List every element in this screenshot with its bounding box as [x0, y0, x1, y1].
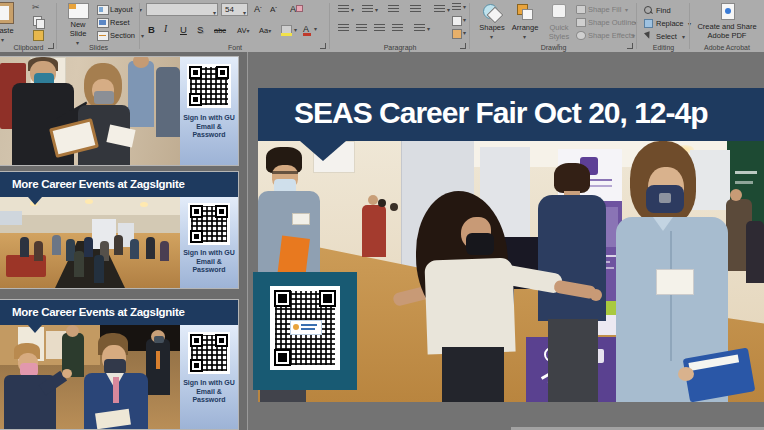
slide-thumbnail-1[interactable]: Sign In with GU Email & Password — [0, 57, 238, 165]
drawing-dialog-launcher-icon[interactable] — [627, 43, 633, 49]
shape-effects-label: Shape Effects — [588, 31, 635, 40]
slide-editor-area[interactable]: SEAS Career Fair Oct 20, 12-4p — [248, 52, 764, 430]
ribbon: Paste ▾ ✂ Clipboard New Slide ▾ — [0, 0, 764, 53]
text-direction-button[interactable]: ▾ — [452, 3, 461, 11]
white-display-board — [690, 150, 730, 210]
banner-pointer — [300, 141, 346, 161]
projection-screen — [0, 211, 22, 225]
collar — [653, 217, 673, 231]
qr-code — [188, 203, 230, 245]
cut-button[interactable]: ✂ — [32, 2, 40, 12]
align-center-icon — [356, 24, 367, 33]
decrease-indent-button[interactable] — [388, 5, 399, 14]
crowd-figure — [34, 241, 43, 261]
new-slide-label: New Slide — [62, 20, 94, 38]
header-pointer — [28, 325, 42, 333]
create-pdf-label: Create and Share Adobe PDF — [693, 22, 761, 40]
character-spacing-button[interactable]: AV▾ — [237, 26, 249, 35]
dropdown-arrow-icon: ▾ — [463, 16, 466, 23]
ribbon-group-paragraph: ▾ ▾ ▾ ▾ ▾ ▾ ▾ Paragraph — [330, 0, 470, 52]
dropdown-arrow-icon: ▾ — [490, 33, 493, 40]
thumb2-qr-panel: Sign In with GU Email & Password — [180, 197, 238, 288]
justify-button[interactable] — [392, 24, 403, 33]
adobe-pdf-icon — [721, 3, 735, 20]
increase-font-button[interactable]: Aˆ — [254, 5, 262, 14]
crowd-figure — [114, 235, 123, 255]
dropdown-arrow-icon: ▾ — [314, 25, 317, 32]
increase-indent-button[interactable] — [410, 5, 421, 14]
underline-button[interactable]: U — [180, 24, 187, 35]
thumb3-qr-panel: Sign In with GU Email & Password — [180, 325, 238, 429]
dark-face-mask — [104, 359, 126, 374]
dropdown-arrow-icon: ▾ — [682, 33, 685, 40]
line-spacing-button[interactable]: ▾ — [434, 5, 445, 14]
crowd-figure — [84, 237, 93, 257]
header-pointer — [28, 197, 42, 205]
font-size-combo[interactable]: 54▾ — [221, 3, 248, 16]
replace-icon — [644, 19, 653, 28]
justify-icon — [392, 24, 403, 33]
columns-button[interactable]: ▾ — [414, 24, 425, 33]
align-left-button[interactable] — [338, 24, 349, 33]
dropdown-arrow-icon: ▾ — [463, 3, 466, 10]
change-case-button[interactable]: Aa▾ — [259, 26, 271, 35]
dropdown-arrow-icon: ▾ — [1, 36, 4, 43]
select-label: Select — [656, 32, 677, 41]
text-shadow-button[interactable]: S — [197, 24, 203, 35]
smartart-button[interactable]: ▾ — [452, 29, 462, 39]
dropdown-arrow-icon: ▾ — [447, 6, 450, 13]
font-dialog-launcher-icon[interactable] — [320, 43, 326, 49]
slide-qr-box[interactable] — [253, 272, 357, 390]
ribbon-group-clipboard: Paste ▾ ✂ Clipboard — [0, 0, 57, 52]
replace-label: Replace — [656, 19, 684, 28]
reset-icon — [97, 18, 109, 28]
columns-icon — [414, 24, 425, 33]
banner-word-shape — [570, 349, 604, 363]
orange-lanyard — [156, 351, 160, 369]
slide-thumbnail-3[interactable]: More Career Events at ZagsIgnite — [0, 300, 238, 429]
purple-banner-text: 425.8 — [572, 371, 592, 380]
align-right-button[interactable] — [374, 24, 385, 33]
numbering-button[interactable]: ▾ — [362, 5, 373, 14]
align-text-button[interactable]: ▾ — [452, 16, 462, 26]
shape-effects-icon — [576, 31, 586, 40]
format-painter-button[interactable] — [33, 30, 44, 41]
clear-formatting-button[interactable]: A — [290, 5, 303, 14]
crowd-head — [378, 199, 386, 207]
strikethrough-button[interactable]: abc — [214, 26, 226, 35]
banner-photo-panel — [562, 207, 618, 247]
dropdown-arrow-icon: ▾ — [268, 28, 271, 34]
bullets-button[interactable]: ▾ — [338, 5, 349, 14]
increase-indent-icon — [410, 5, 421, 14]
dropdown-arrow-icon: ▾ — [632, 32, 635, 39]
crowd-figure — [160, 241, 169, 261]
bold-button[interactable]: B — [148, 24, 155, 35]
gray-face-mask — [94, 91, 114, 104]
dropdown-arrow-icon: ▾ — [625, 6, 628, 13]
clipboard-dialog-launcher-icon[interactable] — [48, 43, 54, 49]
ribbon-group-slides: New Slide ▾ Layout ▾ Reset Section ▾ Sli… — [57, 0, 140, 52]
slides-group-label: Slides — [57, 44, 140, 51]
dropdown-arrow-icon: ▾ — [375, 6, 378, 13]
find-label: Find — [656, 6, 671, 15]
align-center-button[interactable] — [356, 24, 367, 33]
italic-button[interactable]: I — [164, 24, 167, 34]
slide-thumbnail-2[interactable]: More Career Events at ZagsIgnite — [0, 172, 238, 288]
lime-stripe — [558, 301, 622, 315]
qr-code — [188, 332, 230, 374]
font-name-combo[interactable]: ▾ — [146, 3, 218, 16]
thumb3-photo — [0, 325, 180, 429]
slide-title-banner[interactable]: SEAS Career Fair Oct 20, 12-4p — [258, 88, 764, 141]
dropdown-arrow-icon: ▾ — [213, 7, 216, 19]
layout-icon — [97, 5, 109, 15]
mask-graphic — [659, 193, 671, 203]
face — [648, 167, 684, 211]
decrease-font-button[interactable]: Aˇ — [270, 5, 277, 14]
crowd-figure — [52, 235, 61, 255]
qr-center-logo — [290, 320, 322, 335]
navy-face-mask — [646, 185, 684, 213]
align-text-icon — [452, 16, 462, 26]
shape-fill-label: Shape Fill — [588, 5, 621, 14]
paragraph-dialog-launcher-icon[interactable] — [460, 43, 466, 49]
layout-label: Layout — [110, 5, 133, 14]
